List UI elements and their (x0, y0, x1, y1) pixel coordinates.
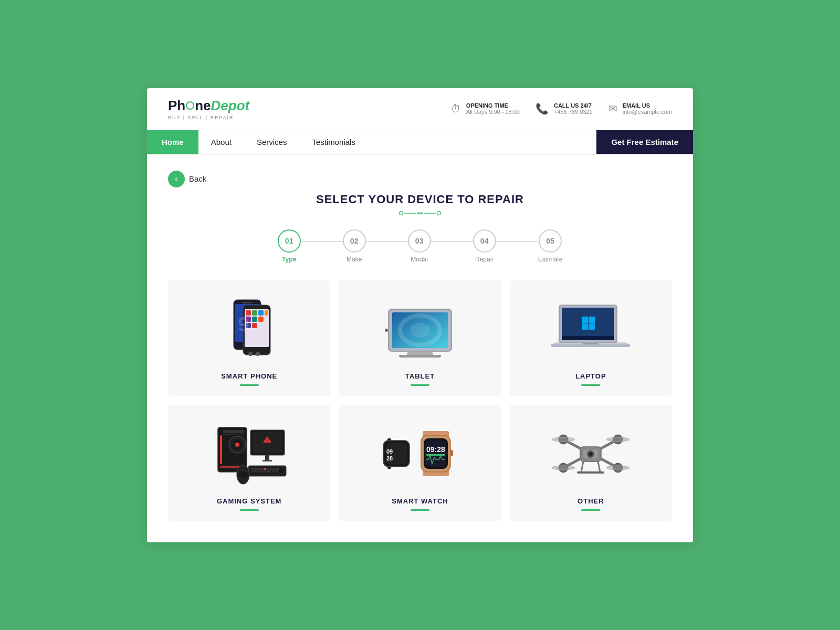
svg-point-72 (238, 471, 248, 478)
step-estimate: 05 Estimate (538, 229, 563, 263)
step-label-3: Modal (411, 256, 428, 263)
call-value: +456 789 0321 (554, 109, 593, 115)
svg-rect-44 (223, 430, 244, 433)
step-line-1 (301, 241, 343, 242)
logo-phone: Phne (168, 98, 211, 113)
device-card-laptop[interactable]: LAPTOP (510, 280, 672, 396)
step-make: 02 Make (343, 229, 366, 263)
device-grid: 9 SMART PHONE (168, 280, 672, 521)
svg-rect-18 (252, 323, 257, 328)
step-type: 01 Type (278, 229, 301, 263)
svg-rect-62 (273, 468, 276, 470)
smartwatch-image: 09 28 (378, 419, 462, 488)
svg-rect-15 (252, 317, 257, 322)
svg-rect-69 (276, 470, 278, 472)
other-label: OTHER (578, 497, 604, 505)
nav-about[interactable]: About (198, 130, 244, 154)
device-card-gaming[interactable]: GAMING SYSTEM (168, 405, 330, 521)
svg-rect-11 (252, 310, 257, 316)
svg-point-43 (235, 443, 239, 447)
logo-tagline: BUY | SELL | REPAIR (168, 115, 249, 120)
svg-rect-65 (254, 470, 257, 472)
email-value: info@example.com (623, 109, 672, 115)
smartphone-image: 9 (207, 295, 291, 363)
svg-line-111 (598, 461, 600, 472)
clock-icon: ⏱ (450, 103, 461, 115)
svg-rect-33 (589, 317, 595, 323)
smartwatch-label: SMART WATCH (392, 497, 448, 505)
nav-testimonials[interactable]: Testimonials (299, 130, 368, 154)
tablet-image (378, 295, 462, 363)
navigation: Home About Services Testimonials Get Fre… (147, 130, 693, 155)
tablet-label: TABLET (405, 372, 435, 380)
main-container: PhneDepot BUY | SELL | REPAIR ⏱ OPENING … (147, 88, 693, 542)
step-modal: 03 Modal (408, 229, 431, 263)
cta-button[interactable]: Get Free Estimate (596, 130, 693, 154)
svg-rect-32 (582, 317, 588, 323)
nav-services[interactable]: Services (244, 130, 300, 154)
nav-home[interactable]: Home (147, 130, 198, 154)
title-decoration (168, 209, 672, 217)
svg-rect-34 (582, 323, 588, 330)
svg-point-107 (606, 437, 629, 442)
svg-line-110 (581, 461, 583, 472)
back-button[interactable]: ‹ Back (168, 171, 206, 187)
gaming-underline (240, 509, 259, 511)
svg-rect-92 (450, 450, 453, 456)
svg-rect-57 (257, 468, 260, 470)
opening-label: OPENING TIME (466, 102, 520, 109)
step-label-2: Make (346, 256, 362, 263)
device-card-tablet[interactable]: TABLET (339, 280, 501, 396)
svg-text:28: 28 (386, 455, 393, 461)
svg-point-20 (256, 352, 260, 356)
device-card-other[interactable]: OTHER (510, 405, 672, 521)
svg-rect-16 (258, 317, 264, 322)
gaming-image (207, 419, 291, 488)
laptop-underline (581, 384, 600, 386)
svg-text:9: 9 (238, 313, 249, 335)
svg-rect-66 (257, 470, 260, 472)
opening-time-info: ⏱ OPENING TIME All Days 9:00 - 18:00 (450, 102, 520, 115)
steps-progress: 01 Type 02 Make 03 Modal 04 Repair 05 Es… (168, 229, 672, 263)
svg-rect-60 (267, 468, 269, 470)
device-card-smartphone[interactable]: 9 SMART PHONE (168, 280, 330, 396)
email-icon: ✉ (608, 102, 617, 115)
svg-point-0 (400, 211, 403, 215)
svg-rect-58 (260, 468, 263, 470)
page-title: SELECT YOUR DEVICE TO REPAIR (168, 193, 672, 206)
call-label: CALL US 24/7 (554, 102, 593, 109)
svg-text:09:28: 09:28 (426, 445, 445, 454)
svg-rect-51 (265, 455, 269, 460)
step-label-1: Type (282, 256, 296, 263)
smartphone-underline (240, 384, 259, 386)
svg-point-21 (248, 352, 253, 356)
svg-rect-61 (270, 468, 272, 470)
svg-rect-35 (589, 323, 595, 330)
logo-depot: Depot (211, 98, 250, 113)
svg-point-108 (552, 466, 575, 470)
other-image (549, 419, 633, 488)
svg-rect-91 (426, 454, 445, 456)
step-label-4: Repair (475, 256, 494, 263)
step-repair: 04 Repair (473, 229, 496, 263)
svg-point-109 (606, 466, 629, 470)
email-label: EMAIL US (623, 102, 672, 109)
logo: PhneDepot BUY | SELL | REPAIR (168, 98, 249, 120)
step-line-4 (496, 241, 538, 242)
svg-rect-38 (583, 343, 598, 344)
device-card-smartwatch[interactable]: 09 28 (339, 405, 501, 521)
other-underline (581, 509, 600, 511)
phone-icon: 📞 (536, 102, 549, 115)
svg-rect-37 (551, 344, 630, 347)
call-info: 📞 CALL US 24/7 +456 789 0321 (536, 102, 593, 115)
svg-rect-112 (577, 471, 604, 474)
header-info: ⏱ OPENING TIME All Days 9:00 - 18:00 📞 C… (450, 102, 672, 115)
step-line-3 (431, 241, 473, 242)
svg-point-97 (590, 453, 592, 455)
svg-rect-67 (260, 470, 271, 472)
back-label: Back (189, 174, 206, 183)
laptop-label: LAPTOP (575, 372, 606, 380)
svg-point-26 (410, 323, 430, 338)
email-info: ✉ EMAIL US info@example.com (608, 102, 672, 115)
svg-rect-55 (251, 468, 254, 470)
